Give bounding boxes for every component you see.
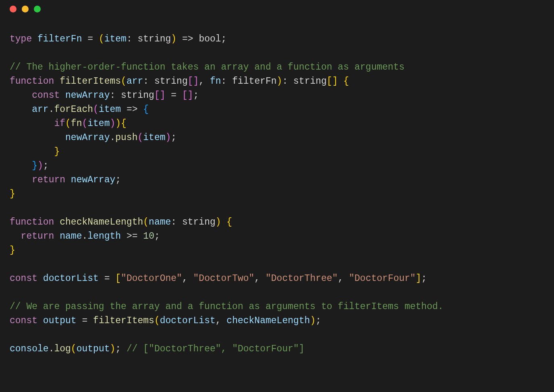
code-line: return newArray;	[10, 175, 121, 185]
code-line: });	[10, 161, 49, 171]
window-titlebar	[0, 0, 554, 18]
code-line: const output = filterItems(doctorList, c…	[10, 316, 321, 326]
code-line: newArray.push(item);	[10, 132, 176, 143]
minimize-icon[interactable]	[22, 6, 29, 12]
code-line: return name.length >= 10;	[10, 231, 160, 241]
zoom-icon[interactable]	[34, 6, 41, 12]
code-line: // The higher-order-function takes an ar…	[10, 62, 405, 72]
code-line: console.log(output); // ["DoctorThree", …	[10, 344, 305, 354]
code-line: if(fn(item)){	[10, 118, 127, 129]
code-line: arr.forEach(item => {	[10, 104, 149, 115]
code-line: }	[10, 146, 60, 157]
code-line: }	[10, 245, 15, 256]
code-line: const newArray: string[] = [];	[10, 90, 199, 101]
code-line: function filterItems(arr: string[], fn: …	[10, 76, 349, 87]
code-line: // We are passing the array and a functi…	[10, 301, 444, 312]
code-line: function checkNameLength(name: string) {	[10, 217, 232, 227]
close-icon[interactable]	[10, 6, 17, 12]
code-line: type filterFn = (item: string) => bool;	[10, 34, 226, 44]
code-editor[interactable]: type filterFn = (item: string) => bool; …	[0, 18, 554, 356]
code-line: const doctorList = ["DoctorOne", "Doctor…	[10, 273, 427, 284]
code-line: }	[10, 189, 15, 199]
